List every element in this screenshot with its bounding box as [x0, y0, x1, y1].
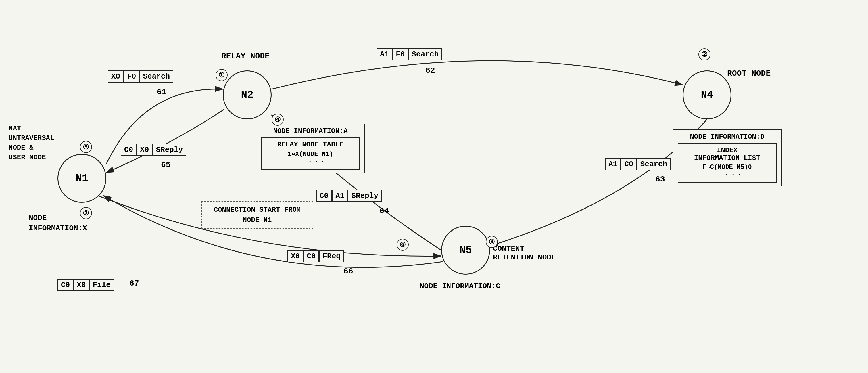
packet-67: C0 X0 File: [58, 279, 114, 291]
step-4: ④: [272, 114, 284, 126]
step-7: ⑦: [80, 207, 92, 219]
packet-66: X0 C0 FReq: [287, 250, 344, 262]
packet-64: C0 A1 SReply: [316, 190, 382, 202]
network-diagram: N1 N2 N4 N5 RELAY NODE ROOT NODE CONTENT…: [0, 0, 868, 373]
node-n5: N5: [441, 226, 490, 275]
content-retention-label: CONTENTRETENTION NODE: [493, 245, 556, 262]
connection-start-box: CONNECTION START FROM NODE N1: [201, 201, 313, 229]
step-1: ①: [216, 69, 228, 81]
step-2: ②: [699, 48, 711, 60]
packet-61: X0 F0 Search: [108, 70, 173, 83]
packet-66-num: 66: [343, 267, 353, 276]
root-node-label: ROOT NODE: [727, 69, 771, 78]
packet-62-num: 62: [425, 66, 435, 75]
packet-64-num: 64: [379, 206, 389, 216]
packet-65-num: 65: [161, 161, 171, 169]
step-5: ⑤: [80, 141, 92, 153]
n2-info-box: NODE INFORMATION:A RELAY NODE TABLE 1⇔X(…: [256, 124, 365, 173]
n4-info-box: NODE INFORMATION:D INDEXINFORMATION LIST…: [673, 130, 782, 186]
node-n1: N1: [58, 154, 106, 203]
packet-63-num: 63: [655, 175, 665, 184]
node-n2: N2: [223, 70, 272, 119]
n1-info-label: NODEINFORMATION:X: [29, 213, 87, 234]
relay-node-label: RELAY NODE: [221, 52, 270, 61]
n5-info-label: NODE INFORMATION:C: [420, 282, 500, 290]
packet-65: C0 X0 SReply: [121, 144, 186, 156]
step-3: ③: [486, 236, 498, 248]
packet-63: A1 C0 Search: [605, 158, 671, 170]
step-6: ⑥: [397, 239, 409, 251]
packet-67-num: 67: [129, 279, 139, 288]
nat-label: NATUNTRAVERSALNODE &USER NODE: [9, 124, 54, 162]
packet-62: A1 F0 Search: [376, 48, 442, 60]
packet-61-num: 61: [157, 88, 166, 97]
node-n4: N4: [683, 70, 732, 119]
